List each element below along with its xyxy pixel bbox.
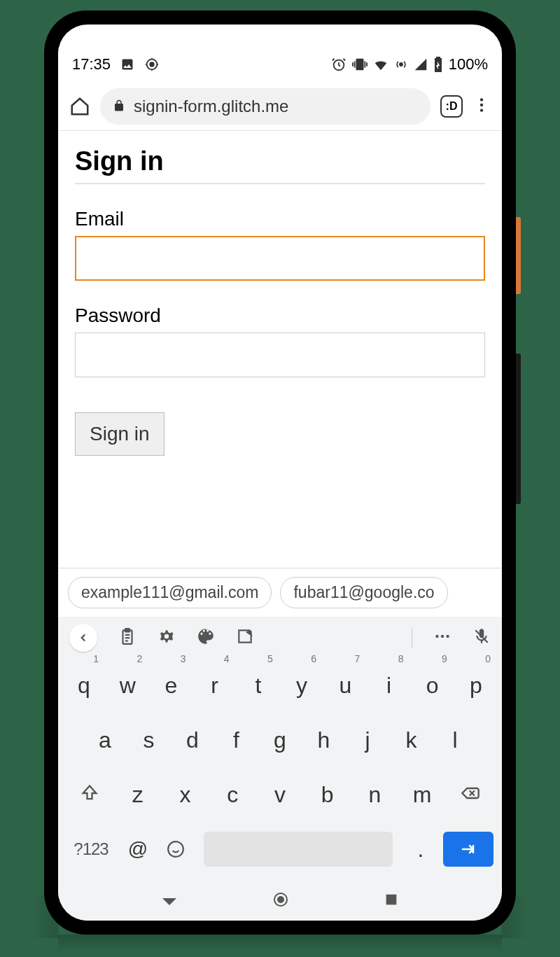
key-r[interactable]: 4r	[196, 663, 234, 708]
key-o[interactable]: 9o	[414, 663, 451, 708]
signal-icon	[414, 57, 428, 71]
svg-point-9	[435, 635, 438, 638]
emoji-key[interactable]	[160, 827, 191, 872]
phone-frame: 17:35	[44, 11, 516, 935]
page-title: Sign in	[75, 146, 485, 184]
at-key[interactable]: @	[122, 827, 153, 872]
browser-toolbar: signin-form.glitch.me :D	[58, 82, 502, 131]
email-label: Email	[75, 208, 485, 230]
key-t[interactable]: 5t	[239, 663, 277, 708]
page-content: Sign in Email Password Sign in	[58, 131, 502, 568]
key-h[interactable]: h	[305, 718, 343, 762]
status-time: 17:35	[72, 55, 111, 74]
key-g[interactable]: g	[261, 718, 299, 762]
keyboard: 1q2w3e4r5t6y7u8i9o0p asdfghjkl zxcvbnm ?…	[58, 659, 502, 881]
hotspot-status-icon	[394, 57, 408, 71]
image-icon	[120, 57, 134, 71]
key-e[interactable]: 3e	[152, 663, 190, 708]
svg-point-15	[277, 896, 284, 903]
key-a[interactable]: a	[86, 718, 124, 762]
svg-point-0	[150, 62, 154, 67]
battery-icon	[433, 57, 443, 72]
sticker-icon[interactable]	[236, 627, 254, 648]
svg-rect-8	[125, 629, 130, 631]
key-z[interactable]: z	[119, 772, 157, 817]
key-v[interactable]: v	[261, 772, 299, 817]
svg-point-3	[400, 63, 402, 66]
key-d[interactable]: d	[174, 718, 211, 762]
url-text: signin-form.glitch.me	[134, 97, 288, 116]
signin-button[interactable]: Sign in	[75, 412, 164, 456]
keyboard-toolbar	[58, 617, 502, 659]
palette-icon[interactable]	[197, 627, 215, 648]
period-key[interactable]: .	[405, 827, 436, 872]
key-s[interactable]: s	[130, 718, 168, 762]
home-icon[interactable]	[69, 96, 90, 117]
key-c[interactable]: c	[214, 772, 251, 817]
url-bar[interactable]: signin-form.glitch.me	[100, 88, 430, 125]
key-w[interactable]: 2w	[108, 663, 146, 708]
vibrate-icon	[352, 57, 368, 72]
status-bar: 17:35	[58, 47, 502, 82]
key-f[interactable]: f	[218, 718, 255, 762]
backspace-key[interactable]	[446, 772, 495, 814]
enter-key[interactable]	[443, 832, 493, 867]
battery-percent: 100%	[449, 55, 488, 74]
svg-point-13	[168, 841, 183, 857]
svg-point-11	[446, 635, 449, 638]
key-l[interactable]: l	[436, 718, 474, 762]
nav-home-icon[interactable]	[272, 891, 289, 911]
wifi-icon	[373, 57, 388, 72]
volume-button	[516, 354, 521, 504]
key-n[interactable]: n	[356, 772, 393, 817]
more-icon[interactable]	[433, 627, 451, 648]
power-button	[516, 217, 521, 294]
menu-icon[interactable]	[472, 96, 491, 117]
alarm-icon	[331, 57, 346, 72]
key-b[interactable]: b	[309, 772, 346, 817]
mic-off-icon[interactable]	[472, 627, 491, 648]
symbols-key[interactable]: ?123	[66, 827, 115, 872]
password-input[interactable]	[75, 333, 485, 377]
shift-key[interactable]	[65, 772, 114, 814]
svg-point-6	[480, 109, 483, 111]
autofill-suggestions: example111@gmail.com fubar11@google.co	[58, 568, 502, 617]
space-key[interactable]	[204, 832, 393, 867]
hotspot-icon	[144, 57, 160, 72]
key-u[interactable]: 7u	[326, 663, 364, 708]
svg-point-4	[480, 98, 483, 101]
nav-recent-icon[interactable]	[384, 892, 399, 910]
tabs-button[interactable]: :D	[440, 95, 463, 118]
svg-point-10	[441, 635, 444, 638]
key-p[interactable]: 0p	[457, 663, 495, 708]
key-m[interactable]: m	[403, 772, 441, 817]
clipboard-icon[interactable]	[118, 627, 136, 648]
lock-icon	[113, 97, 125, 116]
svg-rect-16	[386, 895, 396, 905]
gear-icon[interactable]	[158, 627, 176, 648]
key-x[interactable]: x	[167, 772, 204, 817]
key-k[interactable]: k	[393, 718, 430, 762]
keyboard-back-button[interactable]	[69, 624, 97, 652]
key-q[interactable]: 1q	[65, 663, 103, 708]
suggestion-2[interactable]: fubar11@google.co	[280, 577, 447, 608]
suggestion-1[interactable]: example111@gmail.com	[68, 577, 272, 608]
key-y[interactable]: 6y	[283, 663, 321, 708]
android-nav-bar	[58, 881, 502, 921]
tabs-count: :D	[446, 100, 458, 113]
screen: 17:35	[58, 25, 502, 921]
key-i[interactable]: 8i	[370, 663, 408, 708]
email-input[interactable]	[75, 236, 485, 281]
key-j[interactable]: j	[349, 718, 386, 762]
nav-back-icon[interactable]	[161, 891, 178, 911]
password-label: Password	[75, 305, 485, 327]
svg-point-5	[480, 103, 483, 106]
